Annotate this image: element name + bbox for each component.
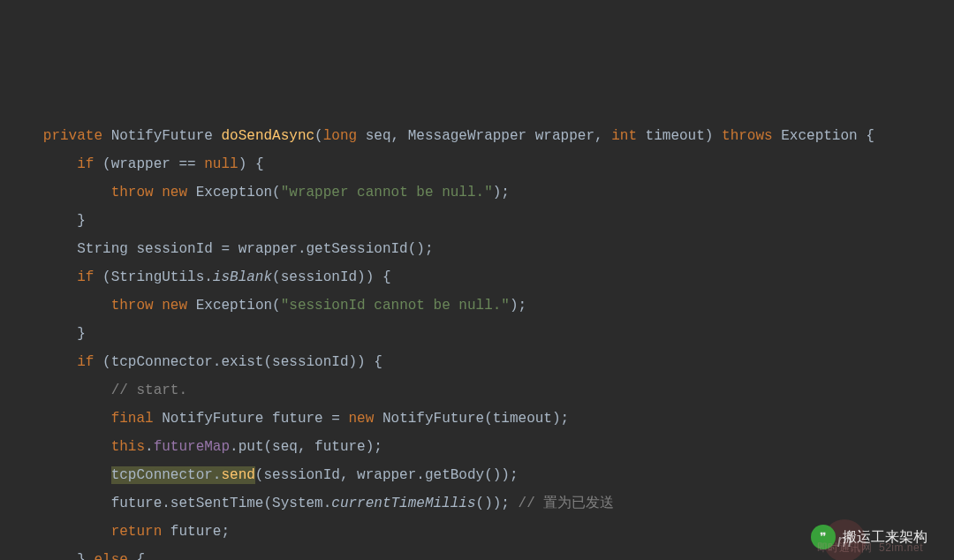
code-line: }: [18, 213, 86, 229]
code-line: // start.: [18, 382, 187, 398]
code-line: String sessionId = wrapper.getSessionId(…: [18, 241, 434, 257]
comment: // start.: [111, 382, 187, 398]
string-literal: "wrapper cannot be null.": [281, 185, 493, 201]
code-line: private NotifyFuture doSendAsync(long se…: [18, 128, 874, 144]
code-line: return future;: [18, 524, 230, 540]
watermark-source: 即时通讯网 52im.net: [817, 537, 923, 558]
code-editor[interactable]: private NotifyFuture doSendAsync(long se…: [18, 122, 954, 560]
code-line: if (StringUtils.isBlank(sessionId)) {: [18, 269, 391, 285]
code-line: throw new Exception("sessionId cannot be…: [18, 298, 526, 314]
code-line: future.setSentTime(System.currentTimeMil…: [18, 496, 614, 511]
code-line: if (tcpConnector.exist(sessionId)) {: [18, 354, 382, 370]
code-line: } else {: [18, 552, 145, 560]
code-line: if (wrapper == null) {: [18, 156, 263, 172]
comment: // 置为已发送: [519, 496, 615, 511]
keyword-private: private: [43, 128, 102, 144]
highlighted-code: tcpConnector.send: [111, 466, 255, 484]
code-line: this.futureMap.put(seq, future);: [18, 439, 382, 455]
code-line: final NotifyFuture future = new NotifyFu…: [18, 411, 569, 427]
code-line: }: [18, 326, 86, 342]
string-literal: "sessionId cannot be null.": [281, 298, 510, 314]
code-line: throw new Exception("wrapper cannot be n…: [18, 185, 510, 201]
code-line: tcpConnector.send(sessionId, wrapper.get…: [18, 466, 519, 484]
method-name: doSendAsync: [221, 128, 314, 144]
